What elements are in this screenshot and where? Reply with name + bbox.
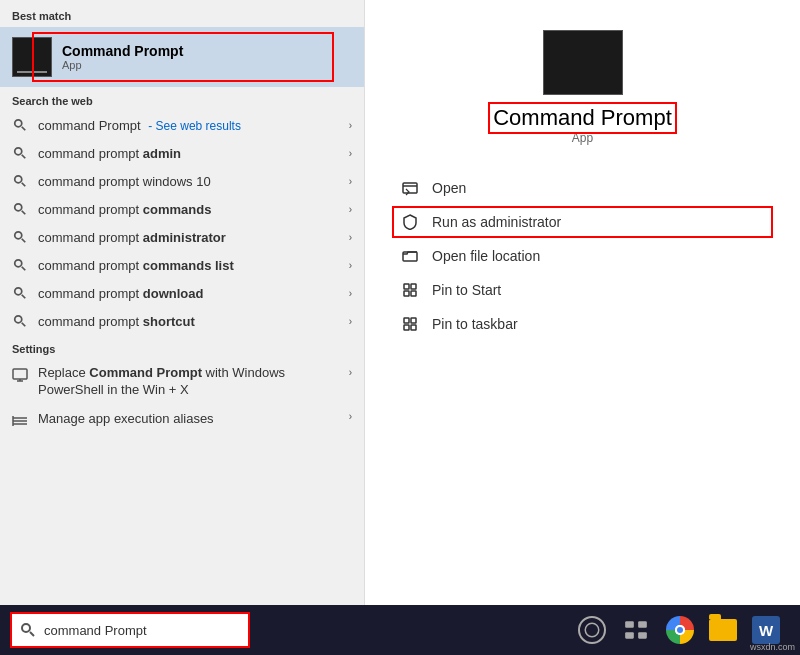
left-panel: Best match Command Prompt App Search the… [0,0,365,605]
search-text-5: command prompt administrator [38,230,349,245]
chevron-4: › [349,204,352,215]
svg-rect-32 [404,325,409,330]
settings-header: Settings [0,335,364,359]
svg-rect-37 [625,621,634,628]
chevron-2: › [349,148,352,159]
app-preview: Command Prompt App [395,30,770,145]
svg-point-36 [585,623,599,637]
task-view-icon[interactable] [621,615,651,645]
chevron-8: › [349,316,352,327]
word-label: W [759,622,773,639]
svg-rect-27 [411,284,416,289]
action-run-as-admin[interactable]: Run as administrator [395,209,770,235]
search-text-8: command prompt shortcut [38,314,349,329]
search-icon-7 [12,285,28,301]
pin-taskbar-label: Pin to taskbar [432,316,518,332]
search-text-6: command prompt commands list [38,258,349,273]
search-icon-4 [12,201,28,217]
search-item-7[interactable]: command prompt download › [0,279,364,307]
settings-text-2: Manage app execution aliases [38,411,349,428]
open-label: Open [432,180,466,196]
svg-point-10 [15,260,22,267]
search-icon-3 [12,173,28,189]
action-pin-taskbar[interactable]: Pin to taskbar [395,311,770,337]
svg-line-9 [22,239,26,243]
best-match-app-name: Command Prompt [62,43,183,59]
svg-rect-38 [638,621,647,628]
file-explorer-icon[interactable] [709,619,737,641]
watermark: wsxdn.com [750,642,795,652]
action-pin-start[interactable]: Pin to Start [395,277,770,303]
svg-point-4 [15,176,22,183]
svg-rect-30 [404,318,409,323]
settings-text-1: Replace Command Prompt with Windows Powe… [38,365,349,399]
shield-icon [400,212,420,232]
search-web-header: Search the web [0,87,364,111]
svg-line-7 [22,211,26,215]
best-match-header: Best match [0,0,364,27]
open-icon [400,178,420,198]
svg-point-8 [15,232,22,239]
search-text-4: command prompt commands [38,202,349,217]
chrome-icon[interactable] [666,616,694,644]
word-icon[interactable]: W [752,616,780,644]
search-icon-8 [12,313,28,329]
settings-chevron-1: › [349,367,352,378]
svg-rect-33 [411,325,416,330]
chevron-5: › [349,232,352,243]
best-match-item[interactable]: Command Prompt App [0,27,364,87]
action-open-file-location[interactable]: Open file location [395,243,770,269]
taskbar-search-box[interactable]: command Prompt [10,612,250,648]
search-item-8[interactable]: command prompt shortcut › [0,307,364,335]
run-as-admin-label: Run as administrator [432,214,561,230]
taskbar-icons: W [578,615,780,645]
chevron-3: › [349,176,352,187]
settings-chevron-2: › [349,411,352,422]
right-panel: Command Prompt App Open [365,0,800,605]
cmd-app-icon [12,37,52,77]
search-item-4[interactable]: command prompt commands › [0,195,364,223]
pin-start-label: Pin to Start [432,282,501,298]
search-icon-5 [12,229,28,245]
search-item-2[interactable]: command prompt admin › [0,139,364,167]
svg-line-35 [30,632,34,636]
search-item-5[interactable]: command prompt administrator › [0,223,364,251]
settings-item-2[interactable]: Manage app execution aliases › [0,405,364,435]
svg-point-0 [15,120,22,127]
search-icon-6 [12,257,28,273]
svg-rect-26 [404,284,409,289]
search-item-1[interactable]: command Prompt - See web results › [0,111,364,139]
cortana-icon[interactable] [578,616,606,644]
monitor-icon [12,367,28,383]
best-match-app-type: App [62,59,183,71]
svg-point-14 [15,316,22,323]
app-preview-icon [543,30,623,95]
svg-point-34 [22,624,30,632]
chevron-7: › [349,288,352,299]
svg-line-3 [22,155,26,159]
search-item-6[interactable]: command prompt commands list › [0,251,364,279]
svg-rect-39 [625,632,634,639]
svg-rect-28 [404,291,409,296]
svg-line-15 [22,323,26,327]
svg-point-2 [15,148,22,155]
svg-line-1 [22,127,26,131]
app-preview-name: Command Prompt [493,105,672,131]
chevron-6: › [349,260,352,271]
app-preview-type: App [572,131,593,145]
folder-open-icon [400,246,420,266]
svg-point-6 [15,204,22,211]
search-text-2: command prompt admin [38,146,349,161]
action-open[interactable]: Open [395,175,770,201]
svg-line-13 [22,295,26,299]
svg-line-5 [22,183,26,187]
search-text-3: command prompt windows 10 [38,174,349,189]
svg-rect-16 [13,369,27,379]
list-icon [12,413,28,429]
taskbar: command Prompt [0,605,800,655]
search-item-3[interactable]: command prompt windows 10 › [0,167,364,195]
svg-rect-29 [411,291,416,296]
taskbar-search-icon [20,622,36,638]
search-text-7: command prompt download [38,286,349,301]
settings-item-1[interactable]: Replace Command Prompt with Windows Powe… [0,359,364,405]
